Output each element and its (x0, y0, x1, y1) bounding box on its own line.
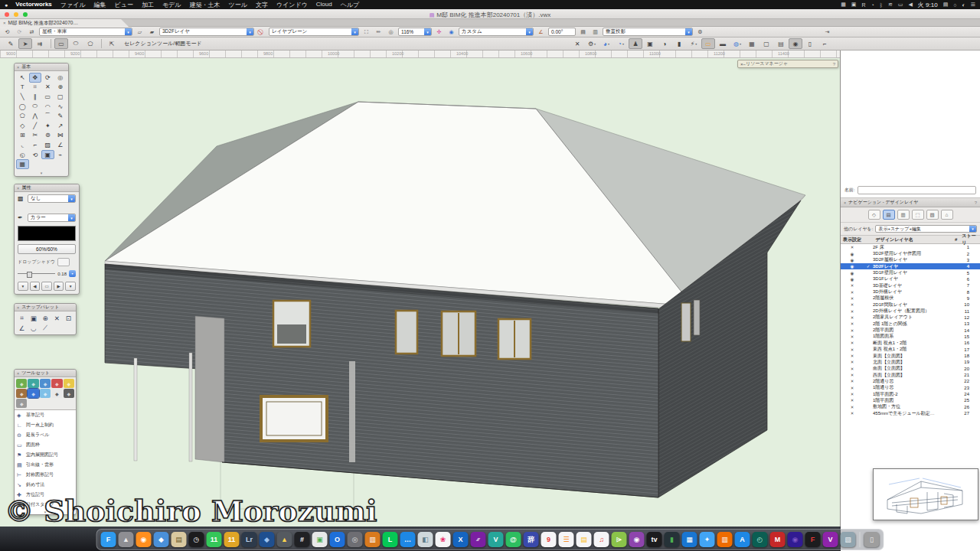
snap-smart-edge[interactable]: ∠ (16, 323, 28, 333)
plan-rotation-icon[interactable]: ∠ (536, 28, 546, 36)
corner-icon[interactable]: ⌐ (818, 38, 831, 49)
snap-tangent[interactable]: ⟋ (39, 323, 51, 333)
bluetooth-icon[interactable]: ᛒ (880, 2, 883, 8)
layer-visibility-icon[interactable]: ✕ (841, 405, 864, 409)
layer-visibility-icon[interactable]: ✕ (841, 328, 864, 333)
pan-tool[interactable]: ✥ (29, 73, 42, 83)
cat-building-shell[interactable]: ◆ (28, 379, 38, 388)
dock-icon-notes[interactable]: ▤ (577, 532, 592, 547)
class-options-icon[interactable]: ▱ (135, 28, 145, 36)
close-icon[interactable]: × (17, 186, 19, 191)
mirror-tool[interactable]: ⋈ (54, 131, 67, 141)
move-mode[interactable]: ➤ (18, 38, 32, 49)
layer-visibility-icon[interactable]: ✕ (841, 360, 864, 364)
walkthrough-icon[interactable]: ♟ (629, 38, 642, 49)
opacity-button[interactable]: 60%/60% (18, 244, 76, 254)
flyover-center-icon[interactable]: ✣ (434, 28, 444, 36)
layer-visibility-icon[interactable]: ✕ (841, 392, 864, 396)
star-tool[interactable]: ✦ (41, 121, 54, 131)
tab-close-icon[interactable]: × (3, 21, 6, 25)
update-icon[interactable]: ◔ (871, 2, 874, 8)
nav-tab-saved-views[interactable]: ▧ (926, 210, 939, 220)
help-icon[interactable]: ? (833, 62, 835, 67)
toolset-item-7[interactable]: ↘斜め寸法 (15, 480, 76, 490)
layer-visibility-icon[interactable]: ◉ (841, 264, 864, 269)
rectangle-tool[interactable]: ▭ (41, 92, 54, 102)
dock-icon-firefox[interactable]: ◉ (136, 532, 152, 547)
pen-tool[interactable]: ✎ (54, 111, 67, 121)
dock-icon-music[interactable]: ♫ (594, 532, 609, 547)
dock-icon-cube-app[interactable]: ◆ (260, 532, 275, 547)
dock-icon-podcasts[interactable]: ◉ (629, 532, 645, 547)
attr-nav-button-1[interactable]: ◀ (30, 282, 41, 291)
viewbar-overflow-icon[interactable]: ⇥ (822, 28, 832, 36)
attribute-mapping-tool[interactable]: ▨ (41, 140, 54, 150)
dock-icon-hash-app[interactable]: # (295, 532, 310, 547)
cat-generic[interactable]: ◆ (51, 389, 62, 398)
close-icon[interactable]: × (17, 65, 19, 70)
view-eye-icon[interactable]: ◉ (446, 28, 456, 36)
contrast-icon[interactable]: ◑ (658, 38, 671, 49)
worksheet-icon[interactable]: ▦ (745, 38, 759, 49)
dock-icon-app-store[interactable]: A (735, 532, 750, 547)
other-layers-dropdown[interactable]: 表示+スナップ+編集▾ (875, 225, 977, 233)
menu-item-9[interactable]: ウインドウ (276, 1, 308, 9)
name-field[interactable] (858, 186, 976, 194)
preview-thumbnail[interactable] (873, 468, 978, 520)
clip-cube-icon[interactable]: ▣ (643, 38, 657, 49)
dock-icon-vectorworks[interactable]: V (823, 532, 838, 547)
document-tab[interactable]: × M邸 BIM化 推進本部2024070… (0, 19, 129, 27)
layer-visibility-icon[interactable]: ✕ (841, 315, 864, 320)
line-weight-slider[interactable] (18, 273, 55, 274)
nav-tab-classes[interactable]: ◇ (868, 210, 880, 220)
toolset-item-0[interactable]: ◈基準記号 (15, 410, 76, 420)
back-view-button[interactable]: ⟲ (2, 28, 12, 36)
angle-tool[interactable]: ∠ (54, 140, 67, 150)
sync-view-button[interactable]: ⇄ (27, 28, 37, 36)
menu-item-7[interactable]: ツール (229, 1, 247, 9)
cat-siteplanning[interactable]: ◆ (16, 379, 27, 388)
center-mark-tool[interactable]: ⊚ (41, 131, 54, 141)
snap-angle[interactable]: ⊕ (39, 313, 51, 323)
antivirus-icon[interactable]: ▣ (851, 2, 857, 8)
interactive-scale-mode[interactable]: ✎ (4, 38, 18, 49)
battery-icon[interactable]: ▤ (943, 2, 949, 8)
cat-furniture[interactable]: ◆ (51, 379, 62, 388)
selection-tool[interactable]: ↖ (16, 73, 29, 83)
render-style-icon[interactable]: ◕ (599, 38, 613, 49)
fillet-tool[interactable]: ◟ (16, 140, 29, 150)
menu-item-2[interactable]: 編集 (94, 1, 106, 9)
menu-clock[interactable]: 火 9:10 (918, 1, 938, 9)
snap-distance[interactable]: ⊡ (63, 313, 74, 323)
close-icon[interactable]: × (17, 371, 19, 376)
dock-icon-pages[interactable]: ▥ (717, 532, 733, 547)
layer-visibility-icon[interactable]: ✕ (841, 354, 864, 358)
control-center-icon[interactable]: ◐ (962, 2, 965, 8)
menu-item-6[interactable]: 建築・土木 (190, 1, 220, 9)
cat-bim[interactable]: ◆ (64, 389, 74, 398)
spotlight-icon[interactable]: ○ (953, 2, 956, 8)
line2-tool[interactable]: ╱ (29, 121, 42, 131)
layer-visibility-icon[interactable]: ✕ (841, 302, 864, 307)
toolset-item-5[interactable]: ▤引出線・雲形 (15, 460, 76, 470)
layer-visibility-icon[interactable]: ✕ (841, 398, 864, 403)
resource-manager-bar[interactable]: × − リソースマネージャ ? (737, 60, 838, 68)
layer-visibility-icon[interactable]: ✕ (841, 347, 864, 352)
layer-visibility-icon[interactable]: ✕ (841, 373, 864, 377)
display-icon[interactable]: ▭ (898, 2, 903, 8)
rounded-rectangle-tool[interactable]: ▢ (54, 92, 67, 102)
arc-tool[interactable]: ◠ (41, 102, 54, 112)
dock-icon-app-11-green[interactable]: 11 (207, 532, 222, 547)
globe-icon[interactable]: ◍ (730, 38, 744, 49)
menu-item-11[interactable]: ヘルプ (341, 1, 360, 9)
polyline-tool[interactable]: ⋀ (29, 111, 42, 121)
menu-item-5[interactable]: モデル (162, 1, 181, 9)
pen-color-swatch[interactable] (18, 226, 76, 241)
toolset-item-6[interactable]: ⊢対称図形記号 (15, 470, 76, 480)
menu-item-4[interactable]: 加工 (142, 1, 154, 9)
toolset-item-1[interactable]: ∟同一点上制約 (15, 420, 76, 430)
dock-icon-x-app[interactable]: X (453, 532, 469, 547)
cat-3d-modeling[interactable]: ◆ (40, 389, 51, 398)
circle-tool[interactable]: ◯ (16, 102, 29, 112)
input-menu-icon[interactable]: ▦ (841, 2, 846, 8)
